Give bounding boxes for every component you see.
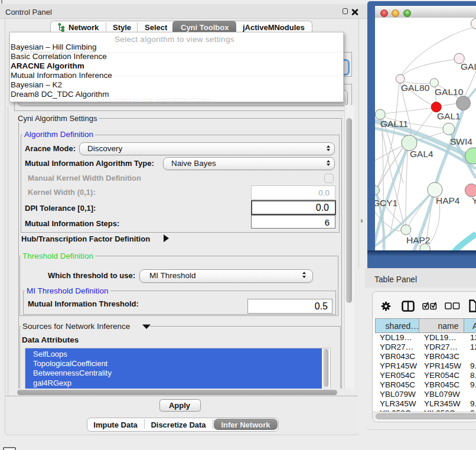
svg-text:GAL11: GAL11 xyxy=(380,119,408,129)
svg-text:HAP2: HAP2 xyxy=(406,235,431,245)
svg-text:GAL1: GAL1 xyxy=(437,111,461,121)
svg-text:GAL4: GAL4 xyxy=(410,149,433,159)
svg-text:GCY1: GCY1 xyxy=(375,198,397,208)
svg-text:GAL10: GAL10 xyxy=(435,87,464,97)
svg-text:SWI4: SWI4 xyxy=(450,136,472,146)
svg-text:GAL: GAL xyxy=(461,61,476,71)
svg-text:HAP4: HAP4 xyxy=(436,195,460,206)
svg-text:GAL80: GAL80 xyxy=(401,83,430,93)
svg-text:Y: Y xyxy=(472,195,476,206)
